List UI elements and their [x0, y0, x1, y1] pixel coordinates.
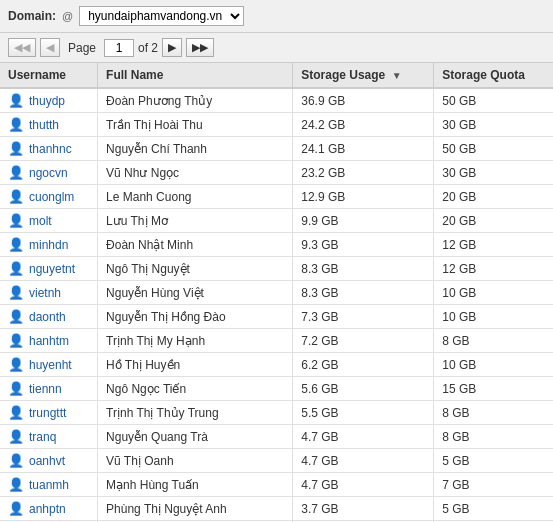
cell-fullname: Lưu Thị Mơ [98, 209, 293, 233]
cell-storage-quota: 5 GB [434, 449, 553, 473]
user-icon: 👤 [8, 165, 24, 180]
user-icon: 👤 [8, 477, 24, 492]
user-icon: 👤 [8, 141, 24, 156]
table-row: 👤tuanmhMạnh Hùng Tuấn4.7 GB7 GB [0, 473, 553, 497]
cell-storage-usage: 5.5 GB [293, 401, 434, 425]
table-row: 👤huyenhtHồ Thị Huyền6.2 GB10 GB [0, 353, 553, 377]
table-row: 👤nguyetntNgô Thị Nguyệt8.3 GB12 GB [0, 257, 553, 281]
col-header-storage-usage[interactable]: Storage Usage ▼ [293, 63, 434, 88]
cell-storage-usage: 4.7 GB [293, 473, 434, 497]
username-text[interactable]: huyenht [29, 358, 72, 372]
cell-storage-usage: 9.3 GB [293, 233, 434, 257]
user-icon: 👤 [8, 405, 24, 420]
username-text[interactable]: oanhvt [29, 454, 65, 468]
cell-username: 👤tranq [0, 425, 98, 449]
cell-username: 👤ngocvn [0, 161, 98, 185]
page-label: Page [68, 41, 96, 55]
cell-storage-usage: 12.9 GB [293, 185, 434, 209]
users-table: Username Full Name Storage Usage ▼ Stora… [0, 63, 553, 522]
user-icon: 👤 [8, 357, 24, 372]
cell-storage-quota: 20 GB [434, 209, 553, 233]
cell-storage-quota: 8 GB [434, 401, 553, 425]
table-row: 👤thutthTrần Thị Hoài Thu24.2 GB30 GB [0, 113, 553, 137]
cell-username: 👤thutth [0, 113, 98, 137]
table-row: 👤cuonglmLe Manh Cuong12.9 GB20 GB [0, 185, 553, 209]
cell-fullname: Le Manh Cuong [98, 185, 293, 209]
col-header-storage-quota: Storage Quota [434, 63, 553, 88]
domain-select[interactable]: hyundaiphamvandong.vn [79, 6, 244, 26]
first-page-button[interactable]: ◀◀ [8, 38, 36, 57]
table-row: 👤oanhvtVũ Thị Oanh4.7 GB5 GB [0, 449, 553, 473]
cell-fullname: Nguyễn Chí Thanh [98, 137, 293, 161]
table-row: 👤daonthNguyễn Thị Hồng Đào7.3 GB10 GB [0, 305, 553, 329]
username-text[interactable]: hanhtm [29, 334, 69, 348]
username-text[interactable]: cuonglm [29, 190, 74, 204]
cell-storage-usage: 5.6 GB [293, 377, 434, 401]
cell-storage-quota: 15 GB [434, 377, 553, 401]
username-text[interactable]: daonth [29, 310, 66, 324]
cell-fullname: Nguyễn Quang Trà [98, 425, 293, 449]
username-text[interactable]: thanhnc [29, 142, 72, 156]
cell-fullname: Vũ Như Ngọc [98, 161, 293, 185]
user-icon: 👤 [8, 213, 24, 228]
table-row: 👤hanhtmTrịnh Thị My Hạnh7.2 GB8 GB [0, 329, 553, 353]
username-text[interactable]: vietnh [29, 286, 61, 300]
prev-page-button[interactable]: ◀ [40, 38, 60, 57]
username-text[interactable]: thuydp [29, 94, 65, 108]
table-row: 👤tiennnNgô Ngọc Tiến5.6 GB15 GB [0, 377, 553, 401]
cell-fullname: Ngô Thị Nguyệt [98, 257, 293, 281]
user-icon: 👤 [8, 333, 24, 348]
next-page-button[interactable]: ▶ [162, 38, 182, 57]
user-icon: 👤 [8, 429, 24, 444]
cell-fullname: Vũ Thị Oanh [98, 449, 293, 473]
cell-storage-usage: 9.9 GB [293, 209, 434, 233]
cell-fullname: Ngô Ngọc Tiến [98, 377, 293, 401]
table-row: 👤thanhncNguyễn Chí Thanh24.1 GB50 GB [0, 137, 553, 161]
username-text[interactable]: molt [29, 214, 52, 228]
cell-fullname: Phùng Thị Nguyệt Anh [98, 497, 293, 521]
username-text[interactable]: nguyetnt [29, 262, 75, 276]
of-label: of 2 [138, 41, 158, 55]
cell-storage-usage: 4.7 GB [293, 425, 434, 449]
cell-username: 👤nguyetnt [0, 257, 98, 281]
cell-username: 👤tiennn [0, 377, 98, 401]
username-text[interactable]: tiennn [29, 382, 62, 396]
user-icon: 👤 [8, 261, 24, 276]
cell-fullname: Nguyễn Hùng Việt [98, 281, 293, 305]
user-icon: 👤 [8, 309, 24, 324]
username-text[interactable]: trungttt [29, 406, 66, 420]
username-text[interactable]: tranq [29, 430, 56, 444]
cell-storage-quota: 10 GB [434, 281, 553, 305]
cell-storage-usage: 6.2 GB [293, 353, 434, 377]
page-input[interactable] [104, 39, 134, 57]
cell-storage-quota: 5 GB [434, 497, 553, 521]
username-text[interactable]: anhptn [29, 502, 66, 516]
at-icon: @ [62, 10, 73, 22]
cell-fullname: Trịnh Thị My Hạnh [98, 329, 293, 353]
cell-fullname: Mạnh Hùng Tuấn [98, 473, 293, 497]
username-text[interactable]: thutth [29, 118, 59, 132]
pagination-bar: ◀◀ ◀ Page of 2 ▶ ▶▶ [0, 33, 553, 63]
last-page-button[interactable]: ▶▶ [186, 38, 214, 57]
table-row: 👤tranqNguyễn Quang Trà4.7 GB8 GB [0, 425, 553, 449]
user-icon: 👤 [8, 117, 24, 132]
cell-fullname: Đoàn Nhật Minh [98, 233, 293, 257]
cell-storage-usage: 24.2 GB [293, 113, 434, 137]
table-row: 👤vietnhNguyễn Hùng Việt8.3 GB10 GB [0, 281, 553, 305]
cell-storage-usage: 8.3 GB [293, 257, 434, 281]
cell-username: 👤minhdn [0, 233, 98, 257]
username-text[interactable]: ngocvn [29, 166, 68, 180]
cell-storage-quota: 8 GB [434, 329, 553, 353]
cell-username: 👤trungttt [0, 401, 98, 425]
cell-storage-usage: 8.3 GB [293, 281, 434, 305]
username-text[interactable]: minhdn [29, 238, 68, 252]
cell-storage-quota: 12 GB [434, 233, 553, 257]
user-icon: 👤 [8, 501, 24, 516]
cell-fullname: Nguyễn Thị Hồng Đào [98, 305, 293, 329]
sort-icon: ▼ [392, 70, 402, 81]
username-text[interactable]: tuanmh [29, 478, 69, 492]
cell-username: 👤oanhvt [0, 449, 98, 473]
cell-storage-quota: 50 GB [434, 137, 553, 161]
cell-storage-quota: 30 GB [434, 161, 553, 185]
cell-storage-quota: 20 GB [434, 185, 553, 209]
